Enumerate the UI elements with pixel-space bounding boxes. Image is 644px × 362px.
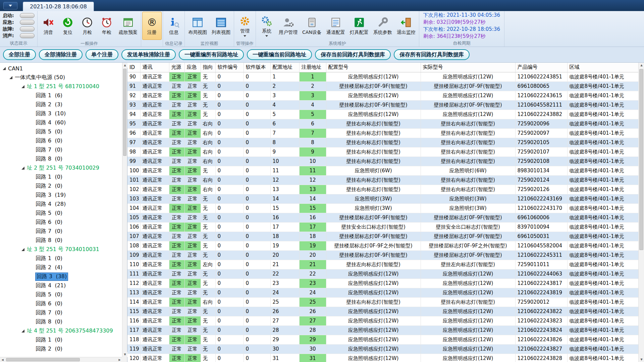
column-header-actual-model[interactable]: 实际型号 (421, 63, 515, 72)
scroll-up-arrow-icon[interactable]: ▲ (122, 63, 127, 68)
tree-item-circuit[interactable]: 回路 6 (0) (0, 299, 122, 308)
start-indicator[interactable] (20, 13, 35, 18)
ribbon-button-manage[interactable]: 管理 (235, 12, 255, 40)
ribbon-button-system[interactable]: 系统 (257, 12, 276, 40)
column-header-area[interactable]: 区域 (567, 63, 638, 72)
table-row[interactable]: 95通讯正常正常正常右向0066壁挂右向标志灯(智能型)壁挂右向标志灯(智能型)… (127, 119, 638, 128)
ribbon-button-lamp-config[interactable]: 灯具配置 (347, 12, 371, 40)
ribbon-button-evacuation-plan[interactable]: 疏散预案 (116, 12, 140, 40)
tree-expander-icon[interactable] (21, 167, 24, 170)
column-header-config-address[interactable]: 配置地址 (270, 63, 299, 72)
ribbon-button-system-params[interactable]: 系统参数 (371, 12, 394, 40)
tree-item-circuit[interactable]: 回路 2 (0) (0, 182, 122, 191)
ribbon-button-reset[interactable]: 复位 (58, 12, 77, 40)
table-row[interactable]: 102通讯正常正常正常右向001313壁挂右向标志灯(智能型)壁挂右向标志灯(智… (127, 185, 638, 194)
column-header-software-version[interactable]: 软件版本 (244, 63, 270, 72)
tree-item-circuit[interactable]: 回路 5 (0) (0, 127, 122, 136)
tree-item-circuit[interactable]: 回路 7 (0) (0, 145, 122, 155)
tree-expander-icon[interactable] (21, 329, 24, 333)
tree-item-circuit[interactable]: 回路 2 (0) (0, 345, 122, 354)
column-header-software-no[interactable]: 软件编号 (215, 63, 244, 72)
table-row[interactable]: 112通讯正常正常正常无002323应急照明感应灯(12W)应急照明感应灯(12… (127, 279, 638, 288)
tree-item-circuit[interactable]: 回路 8 (0) (0, 317, 122, 326)
table-row[interactable]: 109通讯正常正常正常无002020壁挂楼层标志灯0F-9F(智能型)壁挂楼层标… (127, 250, 638, 260)
tree-item-circuit[interactable]: 回路 2 (4) (0, 263, 122, 272)
tree-item-station[interactable]: 址 4 型 251 号 20637548473309 (0, 326, 122, 336)
table-row[interactable]: 94通讯正常正常正常无0055应急照明感应灯(12W)应急照明感应灯(12W)1… (127, 110, 638, 119)
table-row[interactable]: 113通讯正常正常正常无002424应急照明感应灯(12W)应急照明感应灯(12… (127, 288, 638, 297)
tree-item-circuit[interactable]: 回路 1 (0) (0, 254, 122, 263)
tree-item-circuit[interactable]: 回路 5 (0) (0, 209, 122, 218)
tree-item-circuit[interactable]: 回路 3 (19) (0, 191, 122, 200)
column-header-comm[interactable]: 通讯 (140, 63, 169, 72)
column-header-register-address[interactable]: 注册地址 (299, 63, 326, 72)
emergency-indicator[interactable] (20, 20, 35, 25)
table-vertical-scrollbar[interactable]: ▲ ▼ (638, 63, 644, 362)
ribbon-button-info[interactable]: 信息 (164, 12, 183, 40)
app-menu-button[interactable] (3, 2, 17, 9)
table-row[interactable]: 115通讯正常正常正常无002626应急照明感应灯(12W)应急照明感应灯(12… (127, 307, 638, 316)
tree-item-circuit[interactable]: 回路 4 (60) (0, 118, 122, 127)
tree-expander-icon[interactable] (21, 248, 24, 251)
tree-item-station[interactable]: 址 1 型 251 号 6817010040 (0, 82, 122, 91)
tree-item-circuit[interactable]: 回路 2 (3) (0, 100, 122, 109)
timestamp-tab[interactable]: 2021-10-28 18:06:08 (23, 2, 94, 11)
tree-item-circuit[interactable]: 回路 1 (6) (0, 91, 122, 100)
table-row[interactable]: 110通讯正常正常正常左向002121壁挂左向标志灯(智能型)壁挂左向标志灯(智… (127, 260, 638, 269)
table-row[interactable]: 93通讯正常正常正常无0044壁挂楼层标志灯0F-9F(智能型)壁挂楼层标志灯0… (127, 100, 638, 110)
action-button[interactable]: 一键重编所有回路地址 (179, 49, 244, 60)
tree-item-circuit[interactable]: 回路 6 (0) (0, 218, 122, 227)
tree-vertical-scrollbar[interactable]: ▲ ▼ (122, 63, 127, 357)
tree-item-circuit[interactable]: 回路 8 (0) (0, 236, 122, 245)
table-row[interactable]: 107通讯正常正常正常无001818壁挂楼层标志灯0F-9F(智能型)壁挂楼层标… (127, 232, 638, 241)
tree-item-circuit[interactable]: 回路 4 (21) (0, 281, 122, 290)
tree-item-power-group[interactable]: 一体式集中电源 (50) (0, 73, 122, 82)
ribbon-button-monthly-check[interactable]: 月检 (77, 12, 97, 40)
scrollbar-thumb[interactable] (639, 69, 643, 250)
ribbon-button-user-manage[interactable]: 用户管理 (276, 12, 300, 40)
scroll-down-arrow-icon[interactable]: ▼ (639, 357, 644, 362)
column-header-direction[interactable]: 指向 (201, 63, 215, 72)
fault-indicator[interactable] (20, 26, 35, 32)
ribbon-button-mute[interactable]: 消音 (39, 12, 58, 40)
table-row[interactable]: 117通讯正常正常正常无002828应急照明感应灯(12W)应急照明感应灯(12… (127, 325, 638, 335)
column-header-light-source[interactable]: 光源 (169, 63, 184, 72)
table-row[interactable]: 106通讯正常正常正常无001717壁挂安全出口标志灯(智能型)壁挂安全出口标志… (127, 222, 638, 232)
tree-item-circuit[interactable]: 回路 5 (0) (0, 290, 122, 299)
table-row[interactable]: 111通讯正常正常正常无002222应急照明感应灯(12W)应急照明感应灯(12… (127, 269, 638, 279)
ribbon-button-annual-check[interactable]: 年检 (97, 12, 116, 40)
scroll-left-arrow-icon[interactable]: ◀ (0, 357, 5, 362)
table-row[interactable]: 105通讯正常正常正常无001616壁挂楼层标志灯0F-9F(智能型)壁挂楼层标… (127, 213, 638, 222)
tree-item-station[interactable]: 址 3 型 251 号 7034010031 (0, 245, 122, 254)
action-button[interactable]: 单个注册 (86, 49, 118, 60)
action-button[interactable]: 保存当前回路灯具到数据库 (315, 49, 391, 60)
tree-item-circuit[interactable]: 回路 3 (38) (0, 272, 122, 281)
mute-indicator[interactable] (20, 33, 35, 38)
table-row[interactable]: 104通讯正常正常正常无001515应急照明灯(3W)应急照明灯(3W)1210… (127, 203, 638, 213)
scrollbar-thumb[interactable] (6, 358, 80, 361)
tree-item-can1[interactable]: CAN1 (0, 64, 122, 73)
action-button[interactable]: 全部清除注册 (39, 49, 83, 60)
table-row[interactable]: 116通讯正常正常正常无002727应急照明感应灯(12W)应急照明感应灯(12… (127, 316, 638, 325)
tree-item-circuit[interactable]: 回路 7 (0) (0, 308, 122, 317)
tree-item-station[interactable]: 址 2 型 251 号 7034010029 (0, 164, 122, 173)
table-row[interactable]: 118通讯正常正常正常无002929应急照明感应灯(12W)应急照明感应灯(12… (127, 335, 638, 344)
table-row[interactable]: 120通讯正常正常正常无003131应急照明感应灯(12W)应急照明感应灯(12… (127, 354, 638, 362)
table-row[interactable]: 96通讯正常正常正常右向0077壁挂右向标志灯(智能型)壁挂右向标志灯(智能型)… (127, 128, 638, 138)
ribbon-button-channel-config[interactable]: 通道配置 (324, 12, 347, 40)
ribbon-button-register[interactable]: ® 注册 (142, 12, 162, 40)
table-row[interactable]: 97通讯正常正常正常右向0088壁挂右向标志灯(智能型)壁挂右向标志灯(智能型)… (127, 138, 638, 147)
action-button[interactable]: 保存所有回路灯具到数据库 (394, 49, 470, 60)
tree-expander-icon[interactable] (3, 67, 6, 70)
ribbon-button-layout-view[interactable]: 布局视图 (186, 12, 209, 40)
column-header-id[interactable]: ID (127, 63, 140, 72)
table-row[interactable]: 101通讯正常正常正常右向001212壁挂右向标志灯(智能型)壁挂右向标志灯(智… (127, 175, 638, 185)
action-button[interactable]: 一键重编当前回路地址 (247, 49, 312, 60)
tree-item-circuit[interactable]: 回路 4 (28) (0, 200, 122, 209)
tree-expander-icon[interactable] (9, 76, 12, 79)
tree-item-circuit[interactable]: 回路 7 (0) (0, 227, 122, 236)
ribbon-button-list-view[interactable]: 列表视图 (209, 12, 233, 40)
table-row[interactable]: 100通讯正常正常正常无001111应急照明灯(6W)应急照明灯(6W)8983… (127, 166, 638, 175)
table-row[interactable]: 98通讯正常正常正常右向0099壁挂右向标志灯(智能型)壁挂右向标志灯(智能型)… (127, 147, 638, 157)
column-header-product-no[interactable]: 产品编号 (515, 63, 567, 72)
